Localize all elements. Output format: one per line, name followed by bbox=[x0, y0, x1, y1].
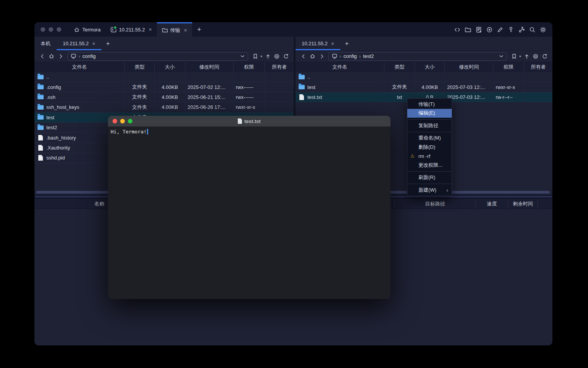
file-perm: rwx------ bbox=[234, 82, 265, 92]
bookmark-dropdown-arrow[interactable]: ▾ bbox=[260, 54, 262, 58]
tab-remote-host[interactable]: 10.211.55.2 × bbox=[57, 37, 101, 50]
record-icon[interactable] bbox=[486, 26, 493, 33]
column-header-name[interactable]: 文件名 bbox=[34, 62, 125, 72]
close-icon[interactable]: × bbox=[149, 26, 152, 33]
file-row[interactable]: .config 文件夹 4.00KB 2025-07-02 12:... rwx… bbox=[34, 82, 294, 92]
file-owner bbox=[524, 92, 552, 102]
search-icon[interactable] bbox=[529, 26, 536, 33]
tab-label: 10.211.55.2 bbox=[119, 27, 145, 33]
menu-item-refresh[interactable]: 刷新(R) bbox=[407, 173, 452, 182]
folder-icon bbox=[299, 85, 305, 89]
file-mtime bbox=[185, 72, 234, 82]
close-icon[interactable]: × bbox=[92, 41, 95, 47]
tab-local-machine[interactable]: 本机 bbox=[34, 37, 57, 50]
path-input[interactable]: › config bbox=[67, 52, 248, 61]
file-owner bbox=[265, 82, 294, 92]
file-row[interactable]: .. bbox=[296, 72, 552, 82]
column-header-owner[interactable]: 所有者 bbox=[524, 62, 552, 72]
column-header-type[interactable]: 类型 bbox=[384, 62, 415, 72]
menu-item-copy-path[interactable]: 复制路径 bbox=[407, 121, 452, 130]
key-icon[interactable] bbox=[508, 26, 514, 33]
refresh-button[interactable] bbox=[281, 52, 291, 61]
bookmark-icon[interactable] bbox=[509, 52, 518, 61]
file-row[interactable]: ssh_host_keys 文件夹 4.00KB 2025-06-26 17:.… bbox=[34, 102, 294, 112]
breadcrumb-segment[interactable]: config bbox=[343, 53, 357, 59]
menu-item-rename[interactable]: 重命名(M) bbox=[407, 134, 452, 143]
file-row[interactable]: .. bbox=[34, 72, 294, 82]
editor-content[interactable]: Hi, Termora! bbox=[108, 127, 390, 299]
column-header-size[interactable]: 大小 bbox=[155, 62, 185, 72]
column-header-type[interactable]: 类型 bbox=[125, 62, 155, 72]
tab-label: 10.211.55.2 bbox=[63, 41, 89, 46]
close-window-button[interactable] bbox=[41, 27, 45, 32]
chevron-down-icon[interactable] bbox=[499, 55, 503, 58]
menu-item-transfer[interactable]: 传输(T) bbox=[407, 100, 452, 109]
column-header-mtime[interactable]: 修改时间 bbox=[185, 62, 234, 72]
column-header-mtime[interactable]: 修改时间 bbox=[445, 62, 493, 72]
forward-button[interactable] bbox=[56, 52, 65, 61]
add-session-tab-button[interactable]: + bbox=[101, 37, 114, 50]
folder-icon bbox=[38, 115, 44, 120]
file-name: test bbox=[307, 84, 315, 90]
forward-button[interactable] bbox=[317, 52, 326, 61]
tab-remote-host[interactable]: 10.211.55.2 × bbox=[296, 37, 340, 50]
menu-item-edit[interactable]: 编辑(E) bbox=[407, 109, 452, 118]
show-hidden-files-icon[interactable] bbox=[531, 52, 540, 61]
code-icon[interactable] bbox=[454, 26, 461, 33]
editor-titlebar[interactable]: test.txt bbox=[108, 116, 390, 127]
column-header-name[interactable]: 文件名 bbox=[296, 62, 384, 72]
file-size bbox=[155, 72, 185, 82]
menu-item-change-permissions[interactable]: 更改权限... bbox=[407, 161, 452, 170]
home-button[interactable] bbox=[308, 52, 317, 61]
file-type: 文件夹 bbox=[125, 82, 155, 92]
tab-termora-home[interactable]: Termora bbox=[69, 22, 106, 37]
column-header-size[interactable]: 大小 bbox=[415, 62, 445, 72]
bookmark-dropdown-arrow[interactable]: ▾ bbox=[519, 54, 521, 58]
file-name: ssh_host_keys bbox=[46, 104, 79, 110]
log-icon[interactable] bbox=[475, 26, 482, 33]
tab-ssh-session[interactable]: 10.211.55.2 × bbox=[106, 22, 157, 37]
file-icon bbox=[38, 135, 43, 141]
upload-button[interactable] bbox=[263, 52, 272, 61]
path-input[interactable]: › config › test2 bbox=[328, 52, 507, 61]
breadcrumb-segment[interactable]: test2 bbox=[363, 53, 374, 59]
close-icon[interactable]: × bbox=[184, 27, 187, 33]
breadcrumb-segment[interactable]: config bbox=[82, 53, 96, 59]
show-hidden-files-icon[interactable] bbox=[272, 52, 281, 61]
maximize-window-button[interactable] bbox=[128, 119, 132, 123]
left-table-header: 文件名 类型 大小 修改时间 权限 所有者 bbox=[34, 62, 294, 72]
menu-item-new[interactable]: 新建(W) › bbox=[407, 186, 452, 195]
close-window-button[interactable] bbox=[113, 119, 117, 123]
maximize-window-button[interactable] bbox=[57, 27, 61, 32]
menu-item-rm-rf[interactable]: ⚠ rm -rf bbox=[407, 152, 452, 161]
add-session-tab-button[interactable]: + bbox=[340, 37, 353, 50]
refresh-button[interactable] bbox=[540, 52, 549, 61]
menu-separator bbox=[408, 132, 451, 132]
minimize-window-button[interactable] bbox=[49, 27, 53, 32]
tab-label: Termora bbox=[82, 27, 101, 33]
home-button[interactable] bbox=[47, 52, 56, 61]
breadcrumb-separator: › bbox=[359, 53, 361, 59]
upload-button[interactable] bbox=[522, 52, 531, 61]
back-button[interactable] bbox=[38, 52, 47, 61]
column-header-owner[interactable]: 所有者 bbox=[265, 62, 294, 72]
breadcrumb-separator: › bbox=[340, 53, 341, 59]
gear-icon[interactable] bbox=[540, 26, 546, 33]
new-tab-button[interactable]: + bbox=[192, 22, 206, 37]
keychain-icon[interactable] bbox=[518, 26, 525, 33]
minimize-window-button[interactable] bbox=[120, 119, 125, 123]
close-icon[interactable]: × bbox=[331, 41, 334, 47]
pencil-icon[interactable] bbox=[497, 26, 503, 33]
column-header-perm[interactable]: 权限 bbox=[493, 62, 524, 72]
file-row[interactable]: test 文件夹 4.00KB 2025-07-03 12:... rwxr-x… bbox=[296, 82, 552, 92]
bookmark-icon[interactable] bbox=[250, 52, 260, 61]
file-owner bbox=[524, 82, 552, 92]
chevron-down-icon[interactable] bbox=[240, 55, 245, 58]
file-row[interactable]: .ssh 文件夹 4.00KB 2025-06-21 15:... rwx---… bbox=[34, 92, 294, 102]
editor-title-group: test.txt bbox=[108, 116, 390, 127]
folder-icon[interactable] bbox=[465, 26, 471, 33]
back-button[interactable] bbox=[299, 52, 308, 61]
menu-item-delete[interactable]: 删除(D) bbox=[407, 143, 452, 152]
column-header-perm[interactable]: 权限 bbox=[234, 62, 265, 72]
tab-transfer[interactable]: 传输 × bbox=[157, 22, 192, 37]
